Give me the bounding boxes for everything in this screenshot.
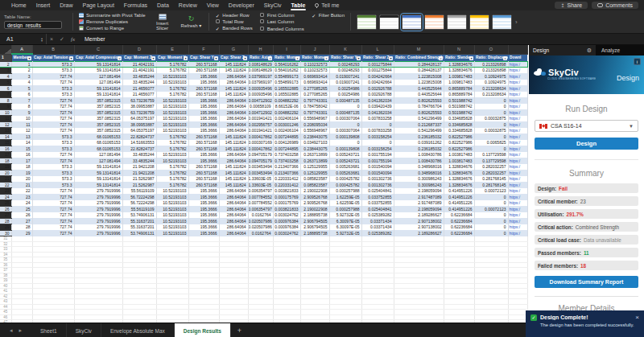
cell[interactable]: 5.176782	[156, 92, 188, 98]
cell[interactable]: 0.094705179	[248, 152, 273, 158]
cell[interactable]: 0.00248293	[329, 61, 361, 68]
table-name-input[interactable]: design_results	[4, 21, 62, 29]
cell[interactable]: 260.571168	[188, 61, 219, 68]
cell-link[interactable]: https:/	[508, 170, 527, 176]
ribbon-tab-skyciv[interactable]: SkyCiv	[259, 0, 287, 10]
column-header-J[interactable]: J	[300, 45, 329, 54]
cell[interactable]: 59.13141814	[74, 85, 122, 92]
cell[interactable]: 195.3666	[188, 194, 219, 200]
cell[interactable]: 0	[329, 121, 361, 128]
cell[interactable]: 0.137729598	[474, 158, 508, 164]
cell[interactable]: 727.74	[32, 97, 74, 104]
cell[interactable]: 1.223815008	[394, 73, 444, 80]
table-header-cell[interactable]: ▾Ratio: Displacement	[474, 54, 508, 61]
table-header-cell[interactable]: ▾Ratio: Shear Y	[329, 54, 361, 61]
cell[interactable]: 15	[11, 146, 32, 152]
cell[interactable]: 0.277085265	[300, 85, 329, 92]
name-box-stepper-icon[interactable]: ▴▾	[41, 37, 43, 42]
cell[interactable]: 22	[11, 188, 32, 195]
table-header-cell[interactable]: ▾Ratio: Slender	[444, 54, 474, 61]
cell[interactable]: 573.3	[32, 176, 74, 183]
cell[interactable]: 7	[11, 97, 32, 104]
cell[interactable]: 5.176782	[156, 170, 188, 176]
cell[interactable]: 195.3666	[188, 200, 219, 207]
checkbox-first-column[interactable]: First Column	[260, 13, 304, 18]
cell[interactable]: 0.000139808	[329, 134, 361, 140]
cell[interactable]: 0.019007241	[329, 80, 361, 86]
cell[interactable]: 4	[11, 80, 32, 86]
cell[interactable]: 2	[11, 68, 32, 74]
add-sheet-button[interactable]: +	[231, 323, 248, 337]
cell[interactable]: 2.907138002	[394, 218, 444, 224]
cell[interactable]: 0.000307169	[248, 140, 273, 146]
cell-link[interactable]: https:/	[508, 194, 527, 200]
cell[interactable]: 21.5262987	[122, 176, 156, 183]
cell-link[interactable]: https:/	[508, 188, 527, 195]
table-style-swatch[interactable]	[402, 14, 422, 30]
cell[interactable]: 727.74	[32, 218, 74, 224]
cell[interactable]: 286.64064	[219, 212, 248, 219]
cell[interactable]: 0.10924975	[474, 80, 508, 86]
cell[interactable]: 0.213208634	[474, 85, 508, 92]
select-all-corner[interactable]	[0, 45, 11, 54]
cell[interactable]: 0.784758042	[300, 104, 329, 110]
row-number[interactable]: 8	[0, 97, 11, 104]
cell[interactable]: 2.190022908	[300, 188, 329, 195]
cell[interactable]	[394, 320, 444, 323]
cell[interactable]: 0.0162764	[248, 230, 273, 236]
cell[interactable]: 0	[474, 230, 508, 236]
cell[interactable]: 195.3666	[188, 104, 219, 110]
cell-link[interactable]: https:/	[508, 158, 527, 164]
cell[interactable]: 357.0852315	[74, 121, 122, 128]
cell[interactable]: 0.865889784	[444, 92, 474, 98]
row-number[interactable]: 28	[0, 218, 11, 224]
cell[interactable]: 5	[11, 85, 32, 92]
cell[interactable]: 21.9421208	[122, 164, 156, 171]
cell[interactable]: 2.188895738	[300, 212, 329, 219]
cell[interactable]: 1.62259E-05	[329, 194, 361, 200]
cell[interactable]: 0.003024762	[273, 230, 300, 236]
cell[interactable]: 195.3666	[188, 212, 219, 219]
column-header-B[interactable]: B	[32, 45, 74, 54]
cell[interactable]: 1.008430786	[394, 158, 444, 164]
cell[interactable]: 0.025404841	[361, 188, 394, 195]
sheet-tab-skyciv[interactable]: SkyCiv	[67, 323, 101, 337]
cell-link[interactable]: https:/	[508, 206, 527, 212]
cell[interactable]: 0.007833258	[361, 116, 394, 122]
cell-link[interactable]: https:/	[508, 230, 527, 236]
cell[interactable]: 0.004242664	[361, 80, 394, 86]
cell[interactable]: 145.111824	[219, 140, 248, 146]
cell-link[interactable]: https:/	[508, 92, 527, 98]
cell[interactable]: 0.008148629	[248, 61, 273, 68]
cell[interactable]: 59.13141814	[74, 68, 122, 74]
ribbon-tab-formulas[interactable]: Formulas	[119, 0, 152, 10]
table-header-cell[interactable]: ▾Ratio: Shear Z	[361, 54, 394, 61]
cell[interactable]: 0.281768145	[474, 182, 508, 188]
cell-link[interactable]: https:/	[508, 116, 527, 122]
cell-link[interactable]: https:/	[508, 85, 527, 92]
cell[interactable]: 1.328834676	[444, 164, 474, 171]
cell[interactable]: 10.52193103	[156, 116, 188, 122]
cell[interactable]: 0.784766704	[394, 104, 444, 110]
cell[interactable]: 2.909526768	[300, 194, 329, 200]
cell[interactable]: 195.3666	[188, 188, 219, 195]
column-header-M[interactable]: M	[394, 45, 444, 54]
cell[interactable]: 55.56119109	[122, 188, 156, 195]
cell[interactable]: 2.189286627	[394, 230, 444, 236]
cell[interactable]: 279.7919996	[74, 194, 122, 200]
cell[interactable]: 727.74	[32, 158, 74, 164]
pane-tab-analyze[interactable]: Analyze	[596, 45, 644, 55]
cell[interactable]: 357.0852315	[74, 97, 122, 104]
table-style-swatch[interactable]	[357, 14, 377, 30]
cell[interactable]: 10.52193103	[156, 158, 188, 164]
row-number[interactable]: 14	[0, 134, 11, 140]
cell[interactable]: 25	[11, 206, 32, 212]
cell[interactable]: 0.007244895	[273, 146, 300, 152]
cell[interactable]: 195.3666	[188, 206, 219, 212]
cell[interactable]: 0.001755194	[361, 158, 394, 164]
insert-function-icon[interactable]: fx	[68, 36, 78, 43]
cell-link[interactable]: https:/	[508, 140, 527, 146]
cell-link[interactable]: https:/	[508, 121, 527, 128]
cell[interactable]: 260.571168	[188, 140, 219, 146]
cell[interactable]: 10.52193103	[156, 80, 188, 86]
